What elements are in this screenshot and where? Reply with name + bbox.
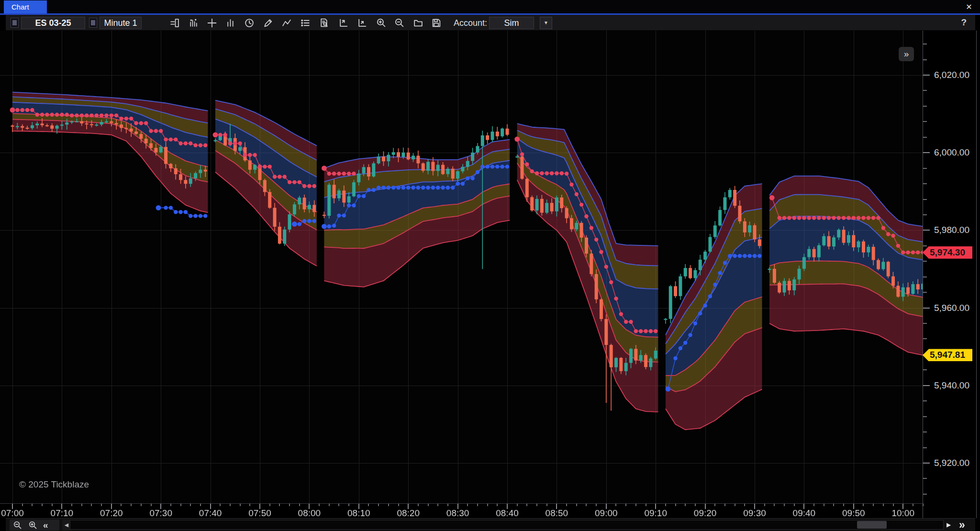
time-minor-tick [319,504,320,506]
zoom-in-icon[interactable] [374,16,389,30]
time-minor-tick [774,504,775,506]
price-major-tick [923,75,930,76]
time-minor-tick [81,504,82,506]
time-minor-tick [764,504,765,506]
price-minor-tick [923,183,927,184]
time-axis[interactable]: 07:0007:1007:2007:3007:4007:5008:0008:10… [0,503,924,518]
time-minor-tick [517,504,518,506]
clock-icon[interactable] [242,16,256,30]
time-axis-label: 08:10 [347,508,370,519]
time-minor-tick [646,504,646,506]
time-minor-tick [329,504,330,506]
axis-scale-icon[interactable] [336,16,351,30]
timeframe-link-toggle-icon [91,20,95,25]
pencil-icon[interactable] [261,16,275,30]
help-button[interactable]: ? [961,17,967,28]
price-badge: 5,947.81 [923,349,972,361]
time-minor-tick [131,504,132,506]
scroll-step-forward-button[interactable]: ▶ [947,519,951,531]
price-minor-tick [923,137,927,138]
account-dropdown-button[interactable]: ▼ [540,17,552,29]
zoom-out-icon[interactable] [392,16,407,30]
price-minor-tick [923,59,927,60]
time-minor-tick [447,504,448,506]
expand-panel-button[interactable]: » [899,47,914,61]
symbol-link-toggle[interactable] [11,18,19,28]
price-minor-tick [923,106,927,107]
copyright-watermark: © 2025 Tickblaze [19,479,89,490]
time-axis-label: 09:00 [595,508,618,519]
price-axis-label: 5,920.00 [934,458,969,468]
column-chart-icon[interactable] [223,16,238,30]
save-icon[interactable] [429,16,444,30]
time-axis-label: 10:00 [891,508,914,519]
time-axis-label: 07:50 [248,508,271,519]
time-axis-label: 07:30 [149,508,172,519]
folder-icon[interactable] [411,16,425,30]
time-minor-tick [873,504,874,506]
account-select[interactable]: Sim Default [489,17,534,29]
price-major-tick [923,230,930,231]
time-minor-tick [695,504,696,506]
zoom-out-icon[interactable] [11,520,23,530]
time-minor-tick [714,504,715,506]
time-minor-tick [546,504,547,506]
time-axis-label: 08:00 [298,508,321,519]
price-axis[interactable]: 6,020.006,000.005,980.005,960.005,940.00… [923,31,979,503]
price-axis-border [923,31,923,518]
price-minor-tick [923,369,927,370]
tab-chart-label: Chart [11,3,29,11]
price-badge: 5,974.30 [923,246,972,259]
time-minor-tick [348,504,349,506]
price-axis-label: 5,960.00 [934,303,969,313]
symbol-input[interactable]: ES 03-25 [21,17,85,29]
report-search-icon[interactable] [317,16,331,30]
dom-ladder-icon[interactable] [167,16,182,30]
timeframe-link-toggle[interactable] [89,18,97,28]
crosshair-icon[interactable] [205,16,219,30]
price-minor-tick [923,292,927,293]
time-minor-tick [665,504,666,506]
bottom-scroll-bar: « ◀ ▶ » [6,518,975,531]
time-minor-tick [923,504,924,506]
price-minor-tick [923,261,927,262]
trendline-icon[interactable] [279,16,294,30]
tab-chart[interactable]: Chart [4,0,47,13]
symbol-link-toggle-icon [12,20,17,25]
time-minor-tick [190,504,191,506]
time-axis-label: 08:40 [496,508,519,519]
time-minor-tick [121,504,122,506]
time-minor-tick [635,504,636,506]
time-minor-tick [180,504,181,506]
price-minor-tick [923,168,927,169]
scrollbar-thumb[interactable] [857,521,887,529]
zoom-in-icon[interactable] [27,520,38,530]
scrollbar-track[interactable] [70,520,944,530]
instrument-bars-icon[interactable] [186,16,200,30]
price-minor-tick [923,478,927,479]
timeframe-input[interactable]: Minute 1 [100,17,142,29]
price-minor-tick [923,416,927,417]
time-minor-tick [230,504,231,506]
time-minor-tick [289,504,290,506]
time-minor-tick [526,504,527,506]
time-minor-tick [220,504,221,506]
price-minor-tick [923,277,927,277]
price-chart-canvas[interactable] [0,31,923,503]
price-major-tick [923,385,930,386]
tab-bar: Chart ✕ [0,0,980,13]
price-minor-tick [923,494,927,495]
scroll-to-start-button[interactable]: « [43,520,48,531]
time-minor-tick [388,504,389,506]
axis-reset-icon[interactable] [355,16,369,30]
time-minor-tick [240,504,241,506]
scroll-to-end-button[interactable]: » [959,519,965,531]
time-minor-tick [378,504,379,506]
time-minor-tick [824,504,824,506]
list-icon[interactable] [298,16,312,30]
time-minor-tick [883,504,884,506]
close-icon[interactable]: ✕ [964,2,974,12]
time-minor-tick [863,504,864,506]
price-minor-tick [923,121,927,122]
time-minor-tick [615,504,616,506]
